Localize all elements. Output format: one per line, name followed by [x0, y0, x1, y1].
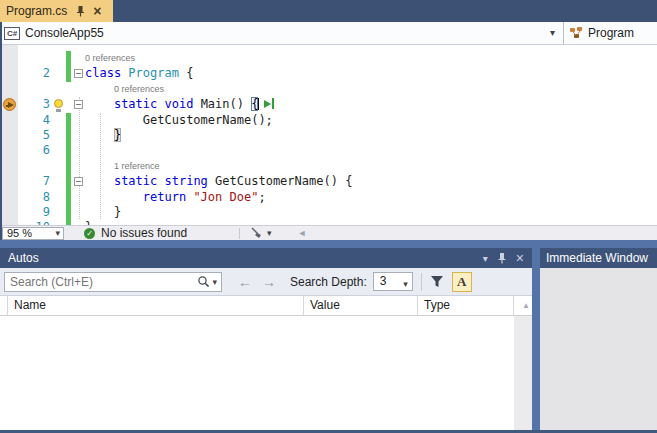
zoom-selector[interactable]: 95 % ▾: [2, 227, 64, 240]
code-text: return "Jon Doe";: [85, 190, 266, 205]
tracked-change-bar: [66, 128, 71, 143]
code-line[interactable]: 4 GetCustomerName();: [0, 113, 657, 128]
editor-left-edge: [0, 22, 2, 240]
code-text: }: [85, 205, 121, 220]
close-icon[interactable]: ×: [516, 252, 524, 264]
health-check-icon[interactable]: ✓: [84, 228, 95, 239]
code-text: class Program {: [85, 66, 193, 81]
search-input[interactable]: [5, 275, 197, 289]
scroll-left-icon[interactable]: ◄: [298, 228, 307, 238]
code-cleanup-icon[interactable]: [250, 227, 263, 239]
line-number[interactable]: 3: [0, 97, 50, 112]
close-icon[interactable]: ×: [93, 5, 101, 17]
csharp-project-icon: C#: [4, 27, 20, 40]
project-name: ConsoleApp55: [25, 26, 104, 40]
code-token: ;: [258, 190, 265, 204]
codelens-row[interactable]: 0 references: [0, 82, 657, 97]
pin-icon[interactable]: [75, 5, 86, 17]
code-token: GetCustomerName();: [85, 113, 273, 127]
horizontal-splitter[interactable]: [0, 240, 657, 248]
run-to-click-icon[interactable]: [264, 97, 274, 112]
fold-collapse-toggle[interactable]: –: [74, 69, 83, 78]
line-number[interactable]: 6: [0, 143, 50, 158]
tracked-change-bar: [66, 205, 71, 220]
line-number[interactable]: 5: [0, 128, 50, 143]
document-tabstrip: Program.cs ×: [0, 0, 657, 22]
codelens-references-link[interactable]: 0 references: [85, 51, 135, 66]
expander-column: [0, 296, 8, 315]
column-header-type[interactable]: Type: [418, 296, 514, 315]
search-depth-selector[interactable]: 3 ▾: [373, 272, 413, 291]
code-line[interactable]: 5 }: [0, 128, 657, 143]
code-line[interactable]: 2–class Program {: [0, 66, 657, 81]
code-token: [85, 97, 114, 111]
immediate-title: Immediate Window: [546, 251, 651, 265]
filter-icon[interactable]: [430, 275, 444, 288]
search-depth-label: Search Depth:: [290, 275, 367, 289]
type-dropdown[interactable]: Program: [563, 22, 657, 44]
code-token: }: [85, 205, 121, 219]
code-token: [157, 174, 164, 188]
code-line[interactable]: 6: [0, 143, 657, 158]
code-text: }: [85, 128, 121, 143]
code-token: [85, 190, 143, 204]
search-box[interactable]: ▾: [4, 272, 222, 292]
codelens-row[interactable]: 0 references: [0, 51, 657, 66]
code-token: Program: [128, 66, 179, 80]
window-position-icon[interactable]: ▾: [483, 253, 488, 264]
tracked-change-bar: [66, 159, 71, 174]
codelens-references-link[interactable]: 1 reference: [114, 159, 160, 174]
code-token: static: [114, 174, 157, 188]
line-number[interactable]: 4: [0, 113, 50, 128]
chevron-down-icon[interactable]: ▾: [212, 277, 217, 287]
tab-title: Program.cs: [6, 4, 67, 18]
line-number[interactable]: 8: [0, 190, 50, 205]
autos-window: Autos ▾ × ▾ ← → Sear: [0, 248, 532, 430]
line-number[interactable]: 7: [0, 174, 50, 189]
autos-titlebar[interactable]: Autos ▾ ×: [0, 248, 532, 268]
zoom-value: 95 %: [7, 227, 32, 239]
code-token: [157, 97, 164, 111]
tracked-change-bar: [66, 143, 71, 158]
fold-collapse-toggle[interactable]: –: [74, 100, 83, 109]
column-header-name[interactable]: Name: [8, 296, 304, 315]
code-line[interactable]: 3– static void Main() {: [0, 97, 657, 112]
chevron-down-icon: ▾: [55, 228, 60, 239]
health-status-text[interactable]: No issues found: [101, 226, 187, 240]
autos-grid-body[interactable]: [0, 316, 514, 430]
chevron-down-icon[interactable]: ▾: [550, 27, 555, 38]
tracked-change-bar: [66, 174, 71, 189]
pin-icon[interactable]: [497, 252, 507, 264]
code-editor[interactable]: 0 references2–class Program {0 reference…: [0, 45, 657, 225]
search-forward-icon[interactable]: →: [262, 274, 276, 290]
immediate-window-body[interactable]: [540, 248, 657, 430]
search-icon[interactable]: [197, 275, 210, 288]
column-header-value[interactable]: Value: [304, 296, 418, 315]
code-token: return: [143, 190, 186, 204]
codelens-references-link[interactable]: 0 references: [114, 82, 164, 97]
code-line[interactable]: 8 return "Jon Doe";: [0, 190, 657, 205]
scroll-up-icon[interactable]: ▲: [514, 296, 532, 315]
vertical-scrollbar[interactable]: [514, 316, 532, 430]
vs-ide-window: Program.cs × C# ConsoleApp55 ▾ Program: [0, 0, 657, 433]
code-line[interactable]: 7– static string GetCustomerName() {: [0, 174, 657, 189]
line-number[interactable]: 9: [0, 205, 50, 220]
codelens-row[interactable]: 1 reference: [0, 159, 657, 174]
line-number[interactable]: 2: [0, 66, 50, 81]
tab-program-cs[interactable]: Program.cs ×: [0, 0, 113, 22]
tracked-change-bar: [66, 113, 71, 128]
fold-collapse-toggle[interactable]: –: [74, 177, 83, 186]
lightbulb-icon[interactable]: [54, 99, 65, 112]
project-dropdown[interactable]: C# ConsoleApp55 ▾: [0, 22, 563, 44]
vertical-splitter[interactable]: [532, 248, 540, 430]
search-back-icon[interactable]: ←: [238, 274, 252, 290]
code-token: "Jon Doe": [193, 190, 258, 204]
immediate-titlebar[interactable]: Immediate Window: [540, 248, 657, 268]
code-line[interactable]: 9 }: [0, 205, 657, 220]
code-token: void: [165, 97, 194, 111]
editor-navigation-bar: C# ConsoleApp55 ▾ Program: [0, 22, 657, 45]
text-visualizer-toggle[interactable]: A: [452, 272, 472, 292]
autos-grid-header: Name Value Type ▲: [0, 296, 532, 316]
code-token: {: [251, 97, 258, 111]
chevron-down-icon[interactable]: ▾: [267, 228, 272, 238]
